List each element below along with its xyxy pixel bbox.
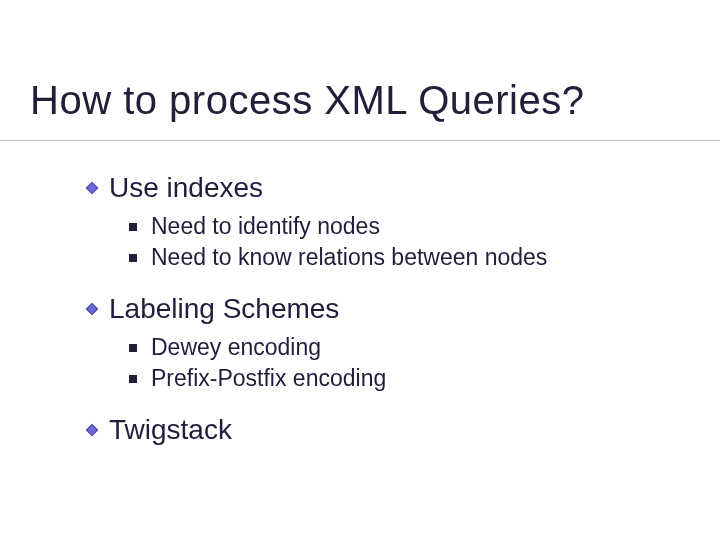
list-item-label: Prefix-Postfix encoding [151,363,386,394]
slide-title: How to process XML Queries? [30,78,584,123]
list-item-label: Use indexes [109,170,263,205]
list-item: Need to identify nodes [129,211,680,242]
list-item: Prefix-Postfix encoding [129,363,680,394]
svg-rect-0 [86,182,97,193]
diamond-bullet-icon [85,181,99,195]
square-bullet-icon [129,223,137,231]
sublist: Dewey encoding Prefix-Postfix encoding [129,332,680,394]
diamond-bullet-icon [85,423,99,437]
sublist: Need to identify nodes Need to know rela… [129,211,680,273]
svg-rect-1 [86,303,97,314]
square-bullet-icon [129,344,137,352]
list-item-label: Need to know relations between nodes [151,242,547,273]
list-item: Labeling Schemes [85,291,680,326]
list-item: Use indexes [85,170,680,205]
title-underline [0,140,720,142]
list-item-label: Need to identify nodes [151,211,380,242]
svg-rect-2 [86,425,97,436]
list-item: Twigstack [85,412,680,447]
list-item: Need to know relations between nodes [129,242,680,273]
slide-body: Use indexes Need to identify nodes Need … [85,170,680,453]
diamond-bullet-icon [85,302,99,316]
slide: How to process XML Queries? Use indexes … [0,0,720,540]
list-item: Dewey encoding [129,332,680,363]
square-bullet-icon [129,254,137,262]
square-bullet-icon [129,375,137,383]
list-item-label: Labeling Schemes [109,291,339,326]
list-item-label: Dewey encoding [151,332,321,363]
list-item-label: Twigstack [109,412,232,447]
